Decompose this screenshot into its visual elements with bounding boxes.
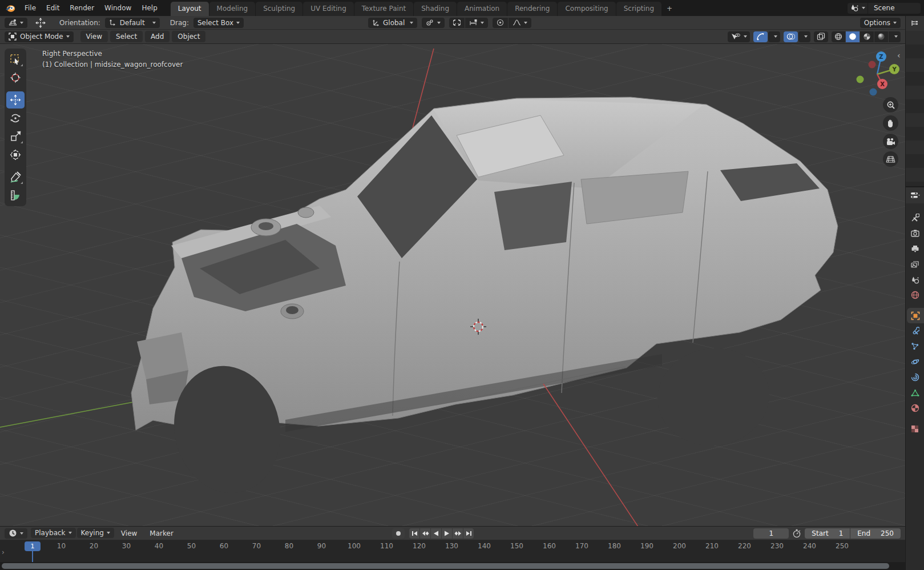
play-button[interactable]: [442, 528, 452, 539]
xray-toggle[interactable]: [814, 31, 828, 42]
toggle-perspective-button[interactable]: [883, 151, 898, 167]
workspace-tab[interactable]: Compositing: [558, 2, 615, 16]
tab-scene[interactable]: [906, 272, 924, 287]
viewport-menu-item[interactable]: Add: [145, 31, 170, 42]
navigation-gizmo[interactable]: Z Y X: [853, 49, 903, 99]
workspace-tab[interactable]: UV Editing: [303, 2, 354, 16]
next-keyframe-button[interactable]: [453, 528, 463, 539]
workspace-tab[interactable]: Layout: [171, 2, 209, 16]
shading-rendered-button[interactable]: [874, 31, 888, 42]
tab-particles[interactable]: [906, 339, 924, 354]
sidebar-expand-arrow[interactable]: ‹: [897, 51, 901, 60]
properties-editor-type-button[interactable]: [906, 187, 924, 203]
timeline-marker-menu[interactable]: Marker: [144, 528, 179, 539]
proportional-editing-toggle[interactable]: [493, 18, 508, 28]
timeline-view-menu[interactable]: View: [115, 528, 143, 539]
add-workspace-button[interactable]: +: [662, 2, 677, 16]
workspace-tab[interactable]: Sculpting: [256, 2, 302, 16]
stopwatch-icon[interactable]: [792, 529, 801, 538]
shading-solid-button[interactable]: [846, 31, 860, 42]
outliner-header[interactable]: [906, 16, 924, 31]
snap-target-dropdown[interactable]: [465, 18, 488, 28]
tool-rotate[interactable]: [6, 110, 25, 127]
shading-wireframe-button[interactable]: [832, 31, 845, 42]
tab-modifiers[interactable]: [906, 323, 924, 339]
menu-item[interactable]: Window: [99, 2, 136, 14]
menu-item[interactable]: File: [19, 2, 41, 14]
start-frame-field[interactable]: Start 1: [805, 528, 850, 539]
viewport-3d[interactable]: Right Perspective (1) Collection | midsi…: [0, 44, 905, 526]
play-reverse-button[interactable]: [431, 528, 441, 539]
workspace-tab[interactable]: Scripting: [616, 2, 661, 16]
tab-constraints[interactable]: [906, 370, 924, 385]
pivot-point-dropdown[interactable]: [422, 18, 445, 28]
tab-material[interactable]: [906, 400, 924, 416]
shading-dropdown[interactable]: [889, 31, 901, 42]
options-dropdown[interactable]: Options: [860, 18, 901, 28]
tool-move[interactable]: [6, 91, 25, 109]
tab-texture[interactable]: [906, 421, 924, 436]
gizmo-minus-y[interactable]: [857, 76, 864, 83]
selectability-dropdown[interactable]: [728, 31, 750, 42]
gizmo-x[interactable]: X: [877, 79, 887, 89]
timeline-editor-type-button[interactable]: [5, 528, 27, 539]
tool-measure[interactable]: [6, 187, 25, 204]
editor-type-button[interactable]: [5, 18, 27, 28]
zoom-button[interactable]: [883, 97, 898, 113]
timeline-ruler[interactable]: › 10203040506070809010011012013014015016…: [0, 540, 905, 562]
viewport-menu-item[interactable]: View: [80, 31, 108, 42]
transform-space-dropdown[interactable]: Global: [368, 18, 417, 28]
menu-item[interactable]: Help: [136, 2, 162, 14]
workspace-tab[interactable]: Animation: [457, 2, 507, 16]
gizmo-y[interactable]: Y: [889, 64, 899, 74]
prev-keyframe-button[interactable]: [420, 528, 430, 539]
tab-world[interactable]: [906, 287, 924, 303]
tab-view-layer[interactable]: [906, 256, 924, 272]
overlays-toggle[interactable]: [784, 31, 798, 42]
tab-render[interactable]: [906, 226, 924, 241]
keying-menu[interactable]: Keying: [77, 528, 114, 538]
tab-physics[interactable]: [906, 354, 924, 370]
playhead-badge[interactable]: 1: [25, 541, 41, 551]
pan-button[interactable]: [883, 115, 898, 131]
orientation-dropdown[interactable]: Default: [105, 18, 160, 28]
gizmo-z[interactable]: Z: [876, 51, 886, 62]
drag-dropdown[interactable]: Select Box: [193, 18, 244, 28]
workspace-tab[interactable]: Shading: [414, 2, 457, 16]
tab-tool[interactable]: [906, 210, 924, 226]
proportional-falloff-dropdown[interactable]: [509, 18, 531, 28]
scene-browse-button[interactable]: [848, 3, 867, 14]
tab-object-data[interactable]: [906, 385, 924, 400]
tool-annotate[interactable]: [6, 168, 25, 186]
timeline-scrollbar[interactable]: [0, 562, 905, 570]
gizmos-toggle[interactable]: [753, 31, 768, 42]
tool-scale[interactable]: [6, 128, 25, 145]
viewport-menu-item[interactable]: Select: [110, 31, 143, 42]
tool-cursor[interactable]: [6, 69, 25, 86]
menu-item[interactable]: Render: [64, 2, 99, 14]
outliner-rows[interactable]: [906, 31, 924, 186]
jump-to-end-button[interactable]: [463, 528, 474, 539]
overlays-dropdown[interactable]: [798, 31, 810, 42]
end-frame-field[interactable]: End 250: [850, 528, 901, 539]
snap-toggle[interactable]: [449, 18, 465, 28]
tool-transform[interactable]: [6, 146, 25, 163]
viewport-menu-item[interactable]: Object: [172, 31, 205, 42]
timeline-scrollbar-thumb[interactable]: [2, 563, 889, 569]
workspace-tab[interactable]: Rendering: [507, 2, 557, 16]
scene-name-field[interactable]: Scene: [868, 3, 921, 14]
workspace-tab[interactable]: Texture Paint: [354, 2, 413, 16]
menu-item[interactable]: Edit: [41, 2, 64, 14]
shading-material-button[interactable]: [860, 31, 874, 42]
gizmo-minus-z[interactable]: [870, 89, 877, 96]
car-mesh[interactable]: [131, 97, 838, 503]
auto-keying-button[interactable]: [392, 528, 405, 539]
workspace-tab[interactable]: Modeling: [209, 2, 256, 16]
tool-select-box[interactable]: [6, 51, 25, 68]
tab-output[interactable]: [906, 241, 924, 256]
gizmos-dropdown[interactable]: [768, 31, 780, 42]
gizmo-minus-x[interactable]: [869, 61, 876, 69]
jump-to-start-button[interactable]: [409, 528, 419, 539]
camera-view-button[interactable]: [883, 134, 898, 149]
mode-dropdown[interactable]: Object Mode: [5, 31, 74, 42]
